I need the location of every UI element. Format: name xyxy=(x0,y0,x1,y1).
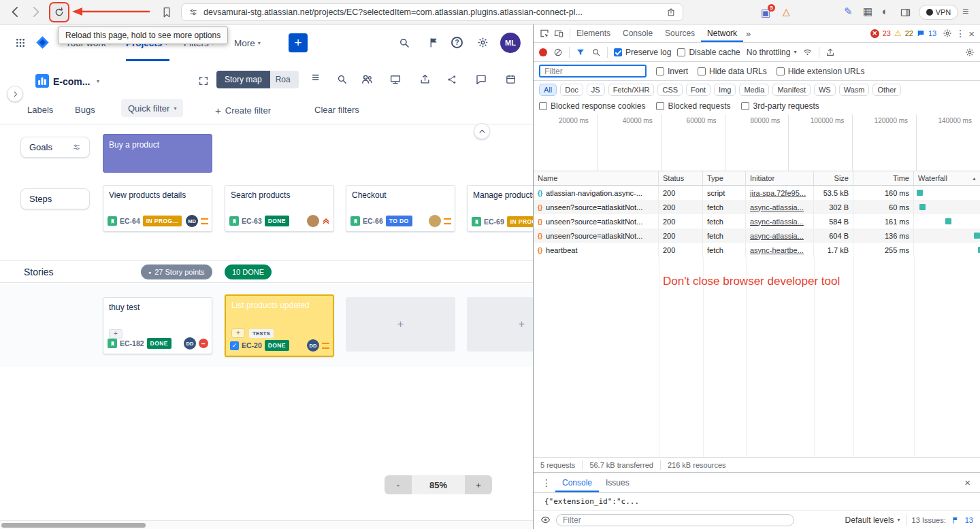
type-chip-doc[interactable]: Doc xyxy=(560,84,583,96)
hide-extension-urls-checkbox[interactable]: Hide extension URLs xyxy=(777,67,865,76)
share-icon[interactable] xyxy=(446,74,457,85)
checkbox-icon[interactable] xyxy=(741,102,749,110)
url-text[interactable]: devsamurai-stg.atlassian.net/projects/EC… xyxy=(203,7,661,17)
network-request-row[interactable]: {}unseen?source=atlaskitNot... 200 fetch… xyxy=(534,200,980,214)
network-request-row[interactable]: {}unseen?source=atlaskitNot... 200 fetch… xyxy=(534,214,980,228)
collapse-up-button[interactable] xyxy=(474,123,490,139)
vpn-extension[interactable]: VPN xyxy=(919,5,958,20)
inspect-element-icon[interactable] xyxy=(539,28,550,39)
initiator-link[interactable]: async-atlassia... xyxy=(750,232,804,240)
assignee-avatar[interactable]: MD xyxy=(186,215,198,227)
type-chip-all[interactable]: All xyxy=(539,84,557,96)
checkbox-icon[interactable] xyxy=(698,67,706,75)
tab-elements[interactable]: Elements xyxy=(570,24,617,42)
assignee-avatar[interactable]: DD xyxy=(184,337,196,349)
clear-filters-button[interactable]: Clear filters xyxy=(314,105,359,115)
console-message[interactable]: {"extension_id":"c... xyxy=(534,493,980,511)
devtools-settings-icon[interactable] xyxy=(943,29,952,38)
column-header-initiator[interactable]: Initiator xyxy=(746,171,814,185)
project-name[interactable]: E-com... xyxy=(53,76,90,87)
checkbox-checked-icon[interactable] xyxy=(614,48,622,56)
address-bar[interactable]: devsamurai-stg.atlassian.net/projects/EC… xyxy=(181,3,683,21)
live-expression-eye-icon[interactable] xyxy=(540,515,551,525)
remove-icon[interactable]: − xyxy=(199,339,208,348)
type-chip-other[interactable]: Other xyxy=(872,84,901,96)
drawer-tab-issues[interactable]: Issues xyxy=(599,473,636,492)
assignee-avatar[interactable]: DD xyxy=(307,339,319,352)
type-chip-font[interactable]: Font xyxy=(686,84,710,96)
type-chip-img[interactable]: Img xyxy=(714,84,736,96)
story-card[interactable]: thuy test + EC-182 DONE DD − xyxy=(103,297,212,354)
column-header-waterfall[interactable]: Waterfall ▲ xyxy=(914,171,980,185)
people-icon[interactable] xyxy=(361,73,374,86)
initiator-link[interactable]: async-atlassia... xyxy=(750,218,804,226)
network-settings-gear-icon[interactable] xyxy=(965,48,975,57)
calendar-icon[interactable] xyxy=(505,73,517,85)
network-request-row[interactable]: {}heartbeat 200 fetch async-heartbe... 1… xyxy=(534,243,980,257)
extension-icon-shield[interactable]: ▣ 5 xyxy=(761,7,772,18)
column-header-status[interactable]: Status xyxy=(659,171,703,185)
extension-icon-grid[interactable]: ▦ xyxy=(863,6,872,17)
throttling-dropdown[interactable]: No throttling ▾ xyxy=(747,48,797,57)
device-toolbar-icon[interactable] xyxy=(553,28,564,39)
type-chip-fetch[interactable]: Fetch/XHR xyxy=(608,84,655,96)
issues-label[interactable]: 13 Issues: xyxy=(912,516,946,524)
settings-gear-icon[interactable] xyxy=(477,37,489,48)
issues-flag-icon[interactable] xyxy=(951,516,960,524)
step-card[interactable]: Search products EC-63 DONE xyxy=(225,185,334,232)
import-export-icon[interactable] xyxy=(826,48,835,57)
back-icon[interactable] xyxy=(8,5,22,19)
add-card-placeholder[interactable]: + xyxy=(467,297,533,352)
zoom-in-button[interactable]: + xyxy=(465,475,492,494)
steps-lane-header[interactable]: Steps xyxy=(20,188,90,209)
appearance-toggle-icon[interactable]: ◐ xyxy=(882,6,888,17)
step-card[interactable]: Checkout EC-66 TO DO xyxy=(346,185,455,232)
user-avatar[interactable]: ML xyxy=(500,33,521,53)
checkbox-icon[interactable] xyxy=(656,67,664,75)
initiator-link[interactable]: async-heartbe... xyxy=(750,246,804,254)
goal-card[interactable]: Buy a product xyxy=(103,134,212,173)
type-chip-wasm[interactable]: Wasm xyxy=(839,84,870,96)
network-search-icon[interactable] xyxy=(591,48,601,57)
column-header-time[interactable]: Time xyxy=(853,171,914,185)
column-header-size[interactable]: Size xyxy=(814,171,853,185)
third-party-checkbox[interactable]: 3rd-party requests xyxy=(741,101,819,111)
checkbox-icon[interactable] xyxy=(539,102,547,110)
type-chip-ws[interactable]: WS xyxy=(814,84,836,96)
preserve-log-checkbox[interactable]: Preserve log xyxy=(614,48,671,57)
sidebar-toggle-icon[interactable] xyxy=(900,7,911,18)
network-filter-input[interactable] xyxy=(539,65,647,78)
add-card-placeholder[interactable]: + xyxy=(346,297,455,352)
present-icon[interactable] xyxy=(389,73,402,86)
close-devtools-icon[interactable]: × xyxy=(968,28,975,39)
add-subtask-button[interactable]: + xyxy=(231,328,245,338)
browser-menu-icon[interactable]: ≡ xyxy=(962,5,968,18)
drawer-tab-console[interactable]: Console xyxy=(555,473,599,492)
zoom-out-button[interactable]: - xyxy=(385,475,412,494)
goals-lane-header[interactable]: Goals xyxy=(20,137,90,158)
reload-button[interactable] xyxy=(49,2,69,22)
checkbox-icon[interactable] xyxy=(777,67,785,75)
quick-filter-dropdown[interactable]: Quick filter▾ xyxy=(121,99,183,117)
column-header-name[interactable]: Name xyxy=(534,171,659,185)
step-card[interactable]: View products details EC-64 IN PROG... M… xyxy=(103,185,212,232)
export-icon[interactable] xyxy=(419,73,431,85)
filter-funnel-icon[interactable] xyxy=(576,48,585,57)
network-conditions-icon[interactable] xyxy=(802,47,813,57)
kebab-menu-icon[interactable]: ⋮ xyxy=(956,28,965,39)
network-timeline-overview[interactable]: 20000 ms 40000 ms 60000 ms 80000 ms 1000… xyxy=(534,114,980,171)
share-page-icon[interactable] xyxy=(666,7,676,17)
tab-story-map[interactable]: Story map xyxy=(216,71,270,88)
announcements-icon[interactable] xyxy=(428,37,440,48)
tab-network[interactable]: Network xyxy=(701,24,743,42)
console-filter-input[interactable] xyxy=(556,514,794,526)
step-card[interactable]: Manage products EC-69 IN PROG... xyxy=(467,185,533,232)
issues-count[interactable]: 13 xyxy=(928,29,936,37)
type-chip-js[interactable]: JS xyxy=(587,84,605,96)
chevron-down-icon[interactable]: ▾ xyxy=(97,78,99,84)
tab-console[interactable]: Console xyxy=(617,24,659,42)
checkbox-icon[interactable] xyxy=(677,48,685,56)
tab-sources[interactable]: Sources xyxy=(659,24,701,42)
assignee-avatar[interactable] xyxy=(429,215,441,227)
network-request-row[interactable]: {}unseen?source=atlaskitNot... 200 fetch… xyxy=(534,228,980,243)
